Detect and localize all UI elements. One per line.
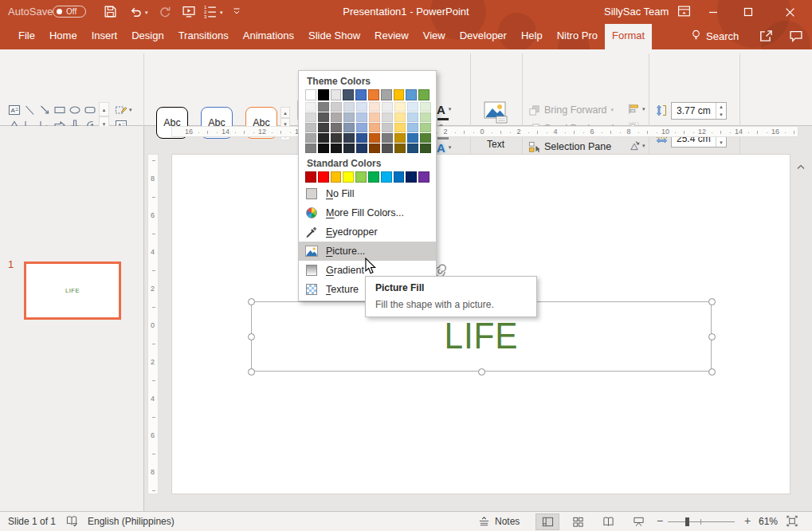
theme-color-variant-swatch[interactable] [331,112,342,122]
slide-indicator[interactable]: Slide 1 of 1 [8,516,56,527]
selection-handle[interactable] [248,368,255,376]
theme-color-variant-swatch[interactable] [331,123,342,132]
theme-color-variant-swatch[interactable] [331,102,342,112]
tab-developer[interactable]: Developer [453,24,514,49]
theme-color-variant-swatch[interactable] [382,123,393,132]
theme-color-variant-swatch[interactable] [382,133,393,143]
theme-color-variant-swatch[interactable] [305,123,316,132]
theme-color-swatch[interactable] [418,89,430,100]
theme-color-variant-swatch[interactable] [382,112,393,122]
tab-file[interactable]: File [11,24,42,49]
fit-to-window-icon[interactable] [786,515,798,529]
rect-shape-icon[interactable] [52,102,67,117]
standard-color-swatch[interactable] [394,171,405,183]
theme-color-variant-swatch[interactable] [394,102,406,112]
theme-color-variant-swatch[interactable] [382,144,393,153]
tab-slide-show[interactable]: Slide Show [301,24,367,49]
theme-color-variant-swatch[interactable] [407,112,418,122]
zoom-level[interactable]: 61% [759,516,778,527]
theme-color-variant-swatch[interactable] [407,123,418,132]
theme-color-variant-swatch[interactable] [343,102,355,112]
slide-text[interactable]: LIFE [274,313,688,357]
numbered-list-icon[interactable]: 123 [204,5,218,19]
slide-thumbnail[interactable]: LIFE [24,262,121,320]
theme-color-variant-swatch[interactable] [369,144,380,153]
spell-check-icon[interactable] [65,515,78,529]
selection-handle[interactable] [248,298,255,305]
text-fill-button[interactable]: A ▾ [437,100,467,118]
textbox-shape-icon[interactable]: A [6,102,22,117]
theme-color-variant-swatch[interactable] [305,133,316,143]
tab-view[interactable]: View [416,24,453,49]
selection-handle[interactable] [478,368,485,376]
slide-sorter-icon[interactable] [566,513,590,530]
menu-item-eyedropper[interactable]: Eyedropper [299,222,436,242]
shape-height-field[interactable]: 3.77 cm ▲▼ [671,102,727,120]
theme-color-variant-swatch[interactable] [369,112,380,122]
minimize-icon[interactable] [698,0,728,24]
standard-color-swatch[interactable] [318,171,329,183]
theme-color-variant-swatch[interactable] [318,112,329,122]
account-name[interactable]: SillySac Team [604,6,669,18]
undo-dropdown-icon[interactable]: ▾ [145,10,148,16]
language-indicator[interactable]: English (Philippines) [88,516,175,527]
align-objects-button[interactable]: ▾ [628,103,645,115]
line-shape-icon[interactable] [22,102,37,117]
roundrect-shape-icon[interactable] [82,102,97,117]
numbered-list-dropdown-icon[interactable]: ▾ [220,10,223,16]
theme-color-variant-swatch[interactable] [343,123,355,132]
share-icon[interactable] [759,29,773,46]
menu-item-no-fill[interactable]: No Fill [299,184,436,203]
theme-color-swatch[interactable] [343,89,354,100]
selection-pane-button[interactable]: Selection Pane [528,139,611,155]
theme-color-variant-swatch[interactable] [343,133,355,143]
scroll-up-icon[interactable]: ▲ [99,102,109,116]
theme-color-variant-swatch[interactable] [407,144,418,153]
tab-format[interactable]: Format [605,24,652,49]
slideshow-view-icon[interactable] [626,513,650,530]
autosave-toggle[interactable]: Off [53,6,86,18]
customize-qat-icon[interactable] [233,7,241,16]
standard-color-swatch[interactable] [381,171,392,183]
theme-color-variant-swatch[interactable] [420,123,431,132]
theme-color-swatch[interactable] [368,89,379,100]
arrow-shape-icon[interactable] [37,102,52,117]
theme-color-variant-swatch[interactable] [305,112,316,122]
theme-color-swatch[interactable] [394,89,405,100]
theme-color-variant-swatch[interactable] [356,102,367,112]
theme-color-variant-swatch[interactable] [318,144,329,153]
theme-color-variant-swatch[interactable] [356,112,367,122]
comments-icon[interactable] [789,30,803,46]
tab-review[interactable]: Review [367,24,416,49]
zoom-in-icon[interactable]: + [744,514,751,527]
theme-color-variant-swatch[interactable] [343,112,355,122]
standard-color-swatch[interactable] [343,171,354,183]
theme-color-variant-swatch[interactable] [394,123,406,132]
selection-handle[interactable] [708,368,716,376]
theme-color-variant-swatch[interactable] [420,102,431,112]
theme-color-variant-swatch[interactable] [331,144,342,153]
tab-nitro-pro[interactable]: Nitro Pro [550,24,605,49]
theme-color-variant-swatch[interactable] [318,133,329,143]
tab-insert[interactable]: Insert [84,24,125,49]
theme-color-variant-swatch[interactable] [369,123,380,132]
reading-view-icon[interactable] [596,513,620,530]
selection-handle[interactable] [708,333,716,340]
standard-color-swatch[interactable] [305,171,316,183]
edit-shape-button[interactable]: ▾ [113,102,132,117]
standard-color-swatch[interactable] [331,171,342,183]
theme-color-variant-swatch[interactable] [394,133,406,143]
standard-color-swatch[interactable] [418,171,430,183]
selection-handle[interactable] [708,298,716,305]
theme-color-variant-swatch[interactable] [331,133,342,143]
tab-design[interactable]: Design [124,24,171,49]
undo-icon[interactable] [129,5,143,19]
standard-color-swatch[interactable] [406,171,417,183]
slideshow-from-start-icon[interactable] [182,5,196,19]
theme-color-variant-swatch[interactable] [318,102,329,112]
theme-color-variant-swatch[interactable] [356,123,367,132]
theme-color-variant-swatch[interactable] [420,133,431,143]
theme-color-variant-swatch[interactable] [382,102,393,112]
collapse-ribbon-icon[interactable] [795,161,806,175]
zoom-out-icon[interactable]: − [657,514,663,527]
